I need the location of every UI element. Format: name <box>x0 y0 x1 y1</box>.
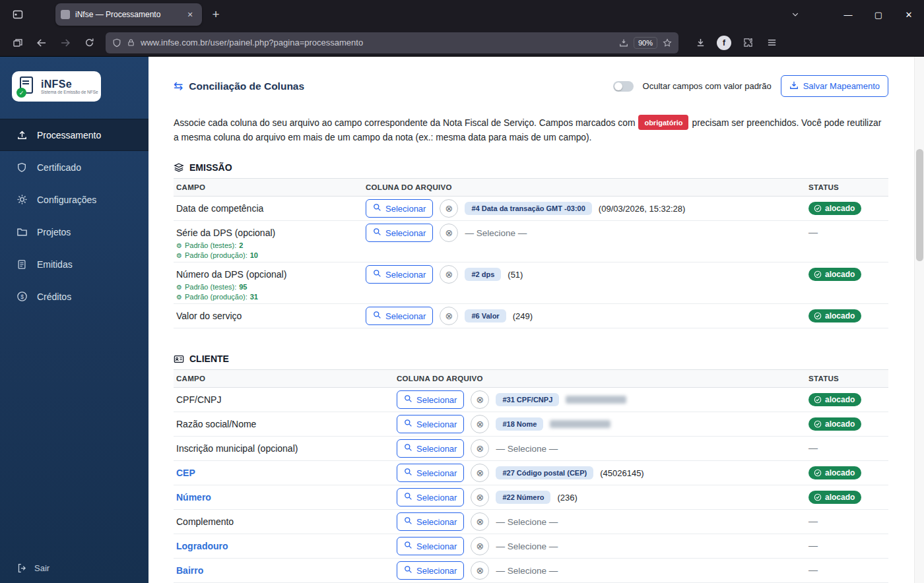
hide-default-fields-toggle[interactable] <box>613 81 634 92</box>
magnifier-icon <box>404 468 412 478</box>
sidebar-item-emitidas[interactable]: Emitidas <box>0 248 148 280</box>
column-badge: #4 Data da transação GMT -03:00 <box>465 202 591 215</box>
field-name: Número da DPS (opcional) <box>176 268 366 281</box>
clear-column-button[interactable]: ⊗ <box>471 512 489 531</box>
select-column-button[interactable]: Selecionar <box>366 199 433 218</box>
column-badge: #2 dps <box>465 268 501 281</box>
firefox-view-icon[interactable] <box>7 5 29 24</box>
save-icon <box>789 80 799 92</box>
sidebar: ✓ iNFSe Sistema de Emissão de NFSe Proce… <box>0 57 148 583</box>
zoom-level-badge[interactable]: 90% <box>634 37 657 49</box>
select-column-button[interactable]: Selecionar <box>366 224 433 242</box>
shield-permissions-icon[interactable] <box>112 38 121 47</box>
table-row: BairroSelecionar⊗— Selecione —— <box>174 559 888 583</box>
default-value-line: ⚙Padrão (produção):31 <box>176 293 366 301</box>
header-coluna-do-arquivo: COLUNA DO ARQUIVO <box>397 375 808 383</box>
clear-icon: ⊗ <box>446 269 453 280</box>
maximize-button[interactable]: ▢ <box>863 0 894 29</box>
column-badge: #31 CPF/CNPJ <box>496 393 559 406</box>
url-bar[interactable]: www.infse.com.br/user/painel.php?pagina=… <box>106 32 678 53</box>
browser-tab[interactable]: iNfse — Processamento ✕ <box>55 3 202 26</box>
table-header: CAMPOCOLUNA DO ARQUIVOSTATUS <box>174 178 888 197</box>
bookmark-star-icon[interactable] <box>663 38 672 47</box>
new-tab-button[interactable]: + <box>206 5 226 24</box>
swap-columns-icon: ⇆ <box>174 79 183 93</box>
field-name[interactable]: Logradouro <box>176 539 397 553</box>
status-empty: — <box>808 443 818 453</box>
save-mapping-button[interactable]: Salvar Mapeamento <box>781 75 888 97</box>
select-column-button[interactable]: Selecionar <box>366 265 433 284</box>
account-icon[interactable]: f <box>713 32 735 53</box>
field-name[interactable]: Bairro <box>176 564 397 577</box>
extensions-puzzle-icon[interactable] <box>737 32 759 53</box>
select-column-button[interactable]: Selecionar <box>397 415 464 433</box>
clear-column-button[interactable]: ⊗ <box>440 199 458 218</box>
clear-column-button[interactable]: ⊗ <box>471 415 489 433</box>
scrollbar[interactable] <box>914 57 924 583</box>
sidebar-item-creditos[interactable]: $Créditos <box>0 280 148 313</box>
field-name[interactable]: Número <box>176 491 397 504</box>
forward-icon[interactable] <box>54 32 77 53</box>
clear-column-button[interactable]: ⊗ <box>471 464 489 482</box>
logo-document-check-icon: ✓ <box>18 77 36 96</box>
select-column-button[interactable]: Selecionar <box>366 307 433 325</box>
clear-column-button[interactable]: ⊗ <box>471 439 489 458</box>
back-icon[interactable] <box>30 32 53 53</box>
status-badge-allocated: alocado <box>808 466 861 479</box>
header-status: STATUS <box>808 183 886 191</box>
browser-chrome: iNfse — Processamento ✕ + — ▢ ✕ <box>0 0 924 57</box>
clear-column-button[interactable]: ⊗ <box>471 561 489 580</box>
sidebar-item-label: Certificado <box>37 162 81 173</box>
scrollbar-thumb[interactable] <box>916 149 923 261</box>
reload-icon[interactable] <box>78 32 100 53</box>
clear-column-button[interactable]: ⊗ <box>471 488 489 506</box>
tab-title: iNfse — Processamento <box>75 10 178 19</box>
select-column-button[interactable]: Selecionar <box>397 464 464 482</box>
select-column-button[interactable]: Selecionar <box>397 488 464 506</box>
sidebar-item-certificado[interactable]: Certificado <box>0 151 148 183</box>
downloads-icon[interactable] <box>689 32 711 53</box>
tab-close-icon[interactable]: ✕ <box>183 8 197 21</box>
header-campo: CAMPO <box>176 375 397 383</box>
list-all-tabs-icon[interactable] <box>784 5 807 24</box>
sidebar-item-logout[interactable]: Sair <box>16 562 50 574</box>
url-text[interactable]: www.infse.com.br/user/painel.php?pagina=… <box>141 38 614 47</box>
column-placeholder: — Selecione — <box>496 566 558 576</box>
clear-icon: ⊗ <box>477 419 484 429</box>
sample-value: (236) <box>557 493 577 503</box>
save-page-icon[interactable] <box>619 38 628 47</box>
minimize-button[interactable]: — <box>833 0 863 29</box>
select-column-button[interactable]: Selecionar <box>397 390 464 409</box>
field-name: Complemento <box>176 515 397 528</box>
select-column-button[interactable]: Selecionar <box>397 537 464 555</box>
status-badge-allocated: alocado <box>808 202 861 215</box>
screenshot-window-icon[interactable] <box>7 32 29 53</box>
magnifier-icon <box>404 443 412 454</box>
field-name[interactable]: CEP <box>176 466 397 479</box>
select-column-button[interactable]: Selecionar <box>397 561 464 580</box>
column-badge: #27 Código postal (CEP) <box>496 466 593 479</box>
clear-column-button[interactable]: ⊗ <box>440 224 458 242</box>
clear-column-button[interactable]: ⊗ <box>440 307 458 325</box>
header-campo: CAMPO <box>176 183 366 191</box>
select-column-button[interactable]: Selecionar <box>397 512 464 531</box>
toggle-label: Ocultar campos com valor padrão <box>643 81 772 91</box>
lock-icon[interactable] <box>127 38 135 47</box>
page-title: ⇆ Conciliação de Colunas <box>174 79 304 93</box>
clear-column-button[interactable]: ⊗ <box>471 390 489 409</box>
section-cliente: CLIENTECAMPOCOLUNA DO ARQUIVOSTATUSCPF/C… <box>174 353 888 583</box>
table-row: CPF/CNPJSelecionar⊗#31 CPF/CNPJalocado <box>174 388 888 412</box>
close-window-button[interactable]: ✕ <box>894 0 924 29</box>
sidebar-item-processamento[interactable]: Processamento <box>0 119 148 151</box>
clear-column-button[interactable]: ⊗ <box>440 265 458 284</box>
table-row: Valor do serviçoSelecionar⊗#6 Valor(249)… <box>174 304 888 328</box>
svg-text:$: $ <box>20 293 24 300</box>
app-logo[interactable]: ✓ iNFSe Sistema de Emissão de NFSe <box>12 71 101 102</box>
field-name: CPF/CNPJ <box>176 393 397 406</box>
clear-column-button[interactable]: ⊗ <box>471 537 489 555</box>
sidebar-item-configuracoes[interactable]: Configurações <box>0 183 148 216</box>
menu-hamburger-icon[interactable] <box>760 32 783 53</box>
sidebar-item-projetos[interactable]: Projetos <box>0 216 148 248</box>
select-column-button[interactable]: Selecionar <box>397 439 464 458</box>
magnifier-icon <box>373 269 381 280</box>
